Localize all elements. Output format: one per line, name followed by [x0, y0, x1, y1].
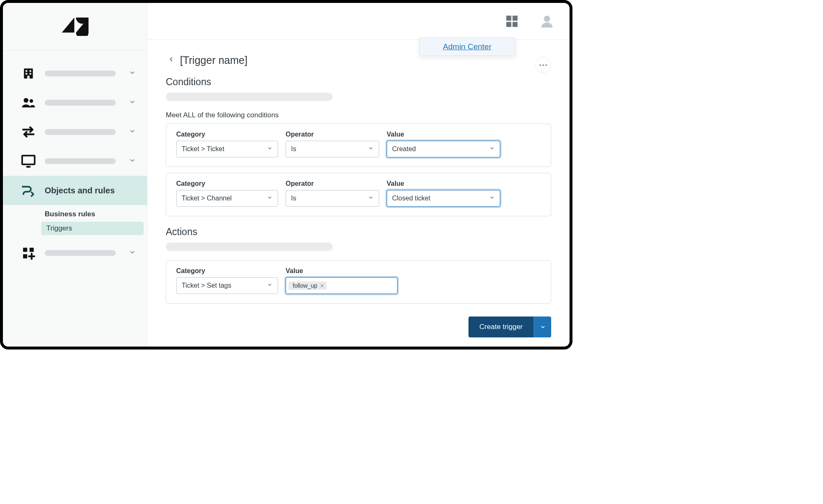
category-select[interactable]: Ticket > Ticket [176, 141, 278, 157]
field-label-value: Value [286, 267, 399, 275]
actions-heading: Actions [166, 226, 551, 238]
chevron-down-icon [129, 157, 136, 166]
description-placeholder [166, 243, 333, 251]
svg-rect-4 [30, 70, 31, 72]
subnav-heading: Business rules [45, 208, 147, 221]
nav-placeholder [45, 250, 116, 256]
svg-rect-20 [506, 15, 512, 20]
field-label-category: Category [176, 180, 278, 187]
chevron-down-icon [489, 145, 495, 153]
products-icon[interactable] [504, 13, 520, 30]
select-value: Is [291, 145, 296, 153]
select-value: Ticket > Ticket [182, 145, 224, 153]
action-row: Category Ticket > Set tags Value follow_… [166, 260, 551, 304]
value-select[interactable]: Created [387, 141, 500, 157]
svg-point-8 [24, 98, 28, 103]
people-icon [20, 94, 37, 111]
field-label-operator: Operator [286, 131, 379, 138]
nav-placeholder [45, 129, 116, 135]
back-icon[interactable] [166, 54, 177, 66]
main: Admin Center [Trigger name] Conditions M… [147, 3, 570, 347]
field-label-operator: Operator [286, 180, 379, 187]
condition-row: Category Ticket > Channel Operator Is [166, 173, 551, 216]
app-frame: Objects and rules Business rules Trigger… [0, 0, 572, 350]
select-value: Ticket > Set tags [182, 282, 231, 289]
subnav-item-triggers[interactable]: Triggers [41, 222, 144, 235]
tag-chip: follow_up ✕ [289, 281, 327, 290]
svg-point-25 [539, 64, 541, 66]
sidebar-nav: Objects and rules Business rules Trigger… [3, 51, 147, 268]
sidebar-item-channels[interactable] [3, 117, 147, 147]
tag-label: follow_up [293, 282, 317, 289]
nav-placeholder [45, 100, 116, 106]
topbar [147, 3, 570, 40]
svg-rect-16 [30, 248, 34, 252]
admin-center-tooltip: Admin Center [419, 38, 515, 56]
field-label-category: Category [176, 267, 278, 275]
sidebar: Objects and rules Business rules Trigger… [3, 3, 147, 347]
select-value: Is [291, 195, 296, 202]
chevron-down-icon [368, 145, 374, 153]
sidebar-item-label: Objects and rules [45, 186, 115, 195]
routing-icon [20, 182, 37, 199]
description-placeholder [166, 93, 333, 101]
chevron-down-icon [267, 195, 273, 202]
chevron-down-icon [129, 127, 136, 137]
svg-point-27 [545, 64, 547, 66]
svg-rect-17 [23, 254, 27, 258]
svg-rect-3 [25, 70, 27, 72]
chevron-down-icon [267, 145, 273, 153]
svg-rect-23 [513, 22, 518, 27]
svg-point-13 [26, 166, 31, 168]
chevron-down-icon [129, 69, 136, 78]
logo-area [3, 3, 147, 51]
select-value: Closed ticket [392, 195, 430, 202]
svg-rect-22 [506, 22, 512, 27]
sidebar-subnav: Business rules Triggers [3, 205, 147, 238]
operator-select[interactable]: Is [286, 190, 379, 207]
chevron-down-icon [129, 98, 136, 107]
chevron-down-icon [368, 195, 374, 202]
zendesk-logo-icon [62, 16, 89, 38]
content: [Trigger name] Conditions Meet ALL of th… [147, 40, 570, 312]
field-label-value: Value [387, 180, 500, 187]
sidebar-item-workspaces[interactable] [3, 147, 147, 176]
svg-rect-12 [22, 156, 35, 165]
arrows-icon [20, 123, 37, 141]
more-actions-button[interactable] [535, 57, 551, 73]
chevron-down-icon [129, 248, 136, 258]
monitor-icon [20, 152, 37, 170]
svg-rect-7 [27, 76, 29, 79]
sidebar-item-apps[interactable] [3, 238, 147, 268]
building-icon [20, 65, 37, 82]
chevron-down-icon [489, 195, 495, 202]
svg-rect-15 [23, 248, 27, 252]
profile-icon[interactable] [539, 13, 555, 30]
svg-marker-0 [62, 18, 74, 33]
svg-point-26 [542, 64, 544, 66]
svg-rect-5 [25, 73, 27, 75]
create-trigger-button[interactable]: Create trigger [468, 317, 534, 337]
remove-tag-icon[interactable]: ✕ [320, 283, 324, 289]
nav-placeholder [45, 158, 116, 164]
value-select[interactable]: Closed ticket [387, 190, 500, 207]
apps-add-icon [20, 244, 37, 262]
tags-input[interactable]: follow_up ✕ [286, 277, 398, 294]
conditions-sublabel: Meet ALL of the following conditions [166, 111, 551, 119]
nav-placeholder [45, 71, 116, 76]
create-trigger-split-button[interactable] [534, 317, 551, 337]
action-category-select[interactable]: Ticket > Set tags [176, 277, 278, 294]
select-value: Ticket > Channel [182, 195, 232, 202]
admin-center-link[interactable]: Admin Center [443, 42, 491, 51]
page-title: [Trigger name] [180, 54, 248, 66]
field-label-value: Value [387, 131, 500, 138]
sidebar-item-objects-rules[interactable]: Objects and rules [3, 176, 147, 205]
svg-point-9 [30, 99, 33, 103]
footer: Create trigger [147, 312, 570, 347]
category-select[interactable]: Ticket > Channel [176, 190, 278, 207]
sidebar-item-account[interactable] [3, 59, 147, 88]
operator-select[interactable]: Is [286, 141, 379, 157]
sidebar-item-people[interactable] [3, 88, 147, 117]
svg-marker-14 [22, 185, 25, 188]
svg-point-24 [544, 15, 550, 22]
